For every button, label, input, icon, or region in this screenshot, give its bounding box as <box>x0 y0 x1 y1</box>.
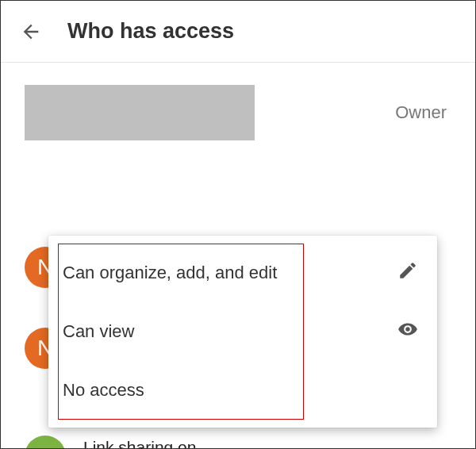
link-sharing-title: Link sharing on <box>83 438 394 450</box>
menu-item-label: Can organize, add, and edit <box>63 263 277 283</box>
menu-item-can-edit[interactable]: Can organize, add, and edit <box>48 244 437 302</box>
link-icon <box>25 436 66 449</box>
menu-item-label: Can view <box>63 321 134 342</box>
permission-menu: Can organize, add, and edit Can view No … <box>48 236 437 428</box>
owner-role-label: Owner <box>395 102 447 123</box>
link-sharing-permission[interactable] <box>412 445 451 449</box>
menu-item-no-access[interactable]: No access <box>48 361 437 420</box>
owner-identity-redacted <box>25 85 255 140</box>
content-area: Owner N N Link sharing on Anyone with th… <box>1 63 475 158</box>
back-arrow-icon[interactable] <box>20 21 42 43</box>
header-bar: Who has access <box>1 1 475 63</box>
link-sharing-text: Link sharing on Anyone with the link can… <box>83 438 394 450</box>
eye-icon <box>397 319 418 344</box>
eye-icon <box>412 445 434 449</box>
page-title: Who has access <box>67 19 234 44</box>
owner-row: Owner <box>1 71 475 158</box>
pencil-icon <box>397 260 418 286</box>
menu-item-can-view[interactable]: Can view <box>48 302 437 361</box>
link-sharing-row[interactable]: Link sharing on Anyone with the link can… <box>25 436 451 449</box>
menu-item-label: No access <box>63 380 144 401</box>
